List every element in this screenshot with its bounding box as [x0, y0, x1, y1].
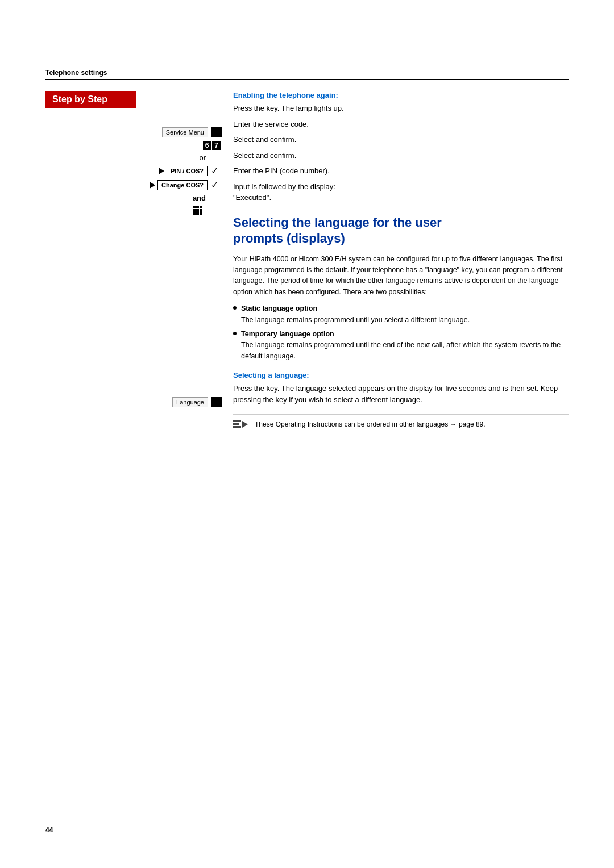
step-1-text: Press the key. The lamp lights up.	[233, 103, 569, 114]
body-text: Your HiPath 4000 or Hicom 300 E/H system…	[233, 254, 569, 298]
num-6-badge: 6	[203, 141, 211, 150]
bullet1-body: The language remains programmed until yo…	[241, 316, 470, 324]
note-box: These Operating Instructions can be orde…	[233, 414, 569, 429]
bullet-item-2: Temporary language option The language r…	[233, 329, 569, 362]
checkmark-cos: ✓	[211, 180, 218, 190]
page-number: 44	[45, 826, 53, 834]
enabling-title: Enabling the telephone again:	[233, 91, 569, 99]
step-4-text: Select and confirm.	[233, 150, 569, 161]
left-column: Step by Step Service Menu 6 7 or PIN / C…	[45, 91, 222, 429]
arrow-icon-pin	[159, 168, 164, 174]
note-arrow-icon	[242, 421, 248, 428]
language-button[interactable]: Language	[172, 397, 208, 407]
bullet-dot-1	[233, 306, 237, 310]
selecting-language-title: Selecting a language:	[233, 371, 569, 379]
pin-cos-row: PIN / COS? ✓	[45, 165, 222, 176]
bullet1-title: Static language option	[241, 304, 317, 312]
change-cos-row: Change COS? ✓	[45, 180, 222, 190]
language-step-text: Press the key. The language selected app…	[233, 383, 569, 405]
note-icon	[233, 420, 250, 428]
bullet-item-1: Static language option The language rema…	[233, 303, 569, 326]
pin-cos-button[interactable]: PIN / COS?	[167, 166, 208, 176]
service-menu-row: Service Menu	[45, 127, 222, 137]
bullet-list: Static language option The language rema…	[233, 303, 569, 362]
two-col-layout: Step by Step Service Menu 6 7 or PIN / C…	[45, 91, 569, 429]
num-7-badge: 7	[212, 141, 221, 150]
black-square-icon	[211, 127, 222, 137]
bullet-dot-2	[233, 332, 237, 335]
step-3-text: Select and confirm.	[233, 134, 569, 145]
pin-icon-row	[45, 206, 222, 215]
section-header-text: Telephone settings	[45, 69, 107, 77]
language-row: Language	[45, 397, 222, 407]
service-menu-button[interactable]: Service Menu	[162, 127, 208, 137]
num-code-row: 6 7	[45, 141, 222, 150]
checkmark-pin: ✓	[211, 165, 218, 176]
section-header: Telephone settings	[45, 68, 569, 80]
note-text: These Operating Instructions can be orde…	[255, 419, 486, 429]
step-by-step-banner: Step by Step	[45, 91, 136, 108]
and-label: and	[45, 194, 222, 202]
step-6-text: Input is followed by the display: "Execu…	[233, 181, 569, 203]
arrow-icon-cos	[150, 182, 155, 189]
bullet2-title: Temporary language option	[241, 330, 334, 338]
bullet2-body: The language remains programmed until th…	[241, 341, 561, 360]
step-5-text: Enter the PIN (code number).	[233, 165, 569, 177]
or-label: or	[45, 153, 222, 162]
black-square-lang	[211, 397, 222, 407]
right-column: Enabling the telephone again: Press the …	[222, 91, 569, 429]
keyboard-icon	[193, 206, 202, 215]
step-2-text: Enter the service code.	[233, 119, 569, 130]
big-section-title: Selecting the language for the user prom…	[233, 215, 569, 247]
change-cos-button[interactable]: Change COS?	[157, 180, 208, 190]
